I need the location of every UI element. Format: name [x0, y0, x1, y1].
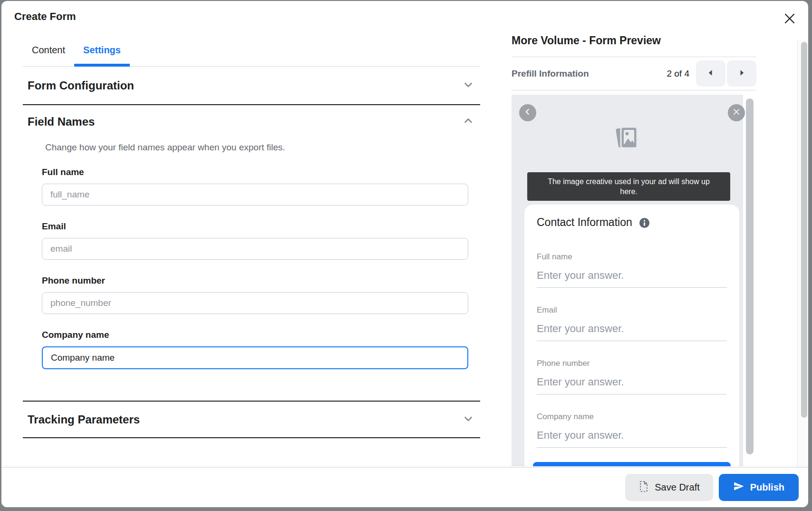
preview-field-full-name: Full name Enter your answer. — [537, 252, 727, 288]
dialog-footer: Save Draft Publish — [1, 467, 808, 507]
tooltip-text: The image creative used in your ad will … — [543, 177, 715, 197]
field-group-company-name: Company name — [42, 330, 468, 369]
preview-field-email: Email Enter your answer. — [537, 305, 727, 341]
preview-pager: Prefill Information 2 of 4 — [512, 57, 756, 90]
save-draft-label: Save Draft — [655, 482, 699, 493]
field-underline — [537, 447, 727, 448]
dialog-close-button[interactable] — [780, 10, 799, 29]
preview-canvas: The image creative used in your ad will … — [512, 95, 743, 466]
draft-document-icon — [638, 481, 649, 495]
pager-prev-button[interactable] — [696, 60, 725, 87]
publish-label: Publish — [750, 482, 784, 493]
publish-button[interactable]: Publish — [719, 474, 799, 501]
phone-number-export-input[interactable] — [42, 292, 468, 314]
dialog-scrollbar-track[interactable] — [797, 40, 808, 467]
preview-submit-button — [533, 462, 731, 466]
form-tabs: Content Settings — [23, 33, 480, 67]
preview-field-placeholder: Enter your answer. — [537, 269, 727, 282]
chevron-left-icon — [523, 107, 532, 118]
settings-panel: Content Settings Form Configuration Fiel… — [23, 33, 480, 438]
field-underline — [537, 394, 727, 394]
email-export-input[interactable] — [42, 238, 468, 260]
form-preview-panel: More Volume - Form Preview Prefill Infor… — [512, 34, 756, 466]
chevron-down-icon — [463, 79, 474, 92]
preview-close-button — [728, 104, 745, 121]
save-draft-button[interactable]: Save Draft — [625, 474, 713, 501]
section-header-form-configuration[interactable]: Form Configuration — [23, 67, 480, 105]
caret-right-icon — [737, 68, 746, 79]
preview-viewport: The image creative used in your ad will … — [512, 95, 756, 466]
dialog-scrollbar-thumb[interactable] — [801, 42, 807, 418]
preview-field-company-name: Company name Enter your answer. — [537, 412, 727, 448]
chevron-down-icon — [463, 413, 474, 426]
contact-information-card: Contact Information Full name Enter your… — [524, 205, 739, 466]
preview-field-label: Company name — [537, 412, 727, 422]
field-underline — [537, 287, 727, 288]
preview-field-phone-number: Phone number Enter your answer. — [537, 359, 727, 394]
chevron-up-icon — [463, 116, 474, 128]
preview-title: More Volume - Form Preview — [512, 34, 756, 57]
field-label: Full name — [42, 167, 468, 178]
field-names-description: Change how your field names appear when … — [45, 142, 480, 153]
pager-label: Prefill Information — [512, 69, 667, 79]
field-label: Email — [42, 221, 468, 233]
field-group-full-name: Full name — [42, 167, 468, 206]
section-field-names: Field Names Change how your field names … — [23, 105, 480, 402]
dialog-title: Create Form — [14, 10, 76, 23]
company-name-export-input[interactable] — [42, 346, 468, 369]
preview-scrollbar-thumb[interactable] — [746, 98, 754, 454]
preview-field-placeholder: Enter your answer. — [537, 429, 727, 442]
pager-position: 2 of 4 — [667, 69, 689, 79]
pager-next-button[interactable] — [727, 60, 756, 87]
preview-field-placeholder: Enter your answer. — [537, 323, 727, 335]
field-group-email: Email — [42, 221, 468, 260]
photo-stack-icon — [512, 124, 743, 152]
preview-field-label: Phone number — [537, 359, 727, 368]
caret-left-icon — [706, 68, 715, 79]
tab-settings[interactable]: Settings — [74, 33, 130, 66]
section-title: Form Configuration — [28, 79, 134, 92]
preview-back-button — [519, 104, 536, 121]
field-underline — [537, 341, 727, 341]
section-title: Tracking Parameters — [28, 413, 140, 426]
info-icon — [639, 217, 650, 230]
x-circle-icon — [732, 108, 741, 118]
field-label: Company name — [42, 330, 468, 341]
preview-field-label: Email — [537, 305, 727, 315]
full-name-export-input[interactable] — [42, 184, 468, 206]
section-title: Field Names — [28, 115, 95, 128]
image-creative-tooltip: The image creative used in your ad will … — [527, 172, 730, 201]
section-header-field-names[interactable]: Field Names — [23, 105, 480, 138]
tab-content[interactable]: Content — [23, 33, 74, 66]
preview-field-label: Full name — [537, 252, 727, 262]
create-form-dialog: Create Form Content Settings Form Config… — [1, 1, 808, 507]
card-title: Contact Information — [537, 216, 632, 231]
field-label: Phone number — [42, 275, 468, 287]
preview-field-placeholder: Enter your answer. — [537, 376, 727, 388]
x-icon — [783, 12, 796, 26]
section-header-tracking-parameters[interactable]: Tracking Parameters — [23, 402, 480, 438]
field-group-phone-number: Phone number — [42, 275, 468, 314]
paper-plane-icon — [733, 481, 744, 494]
